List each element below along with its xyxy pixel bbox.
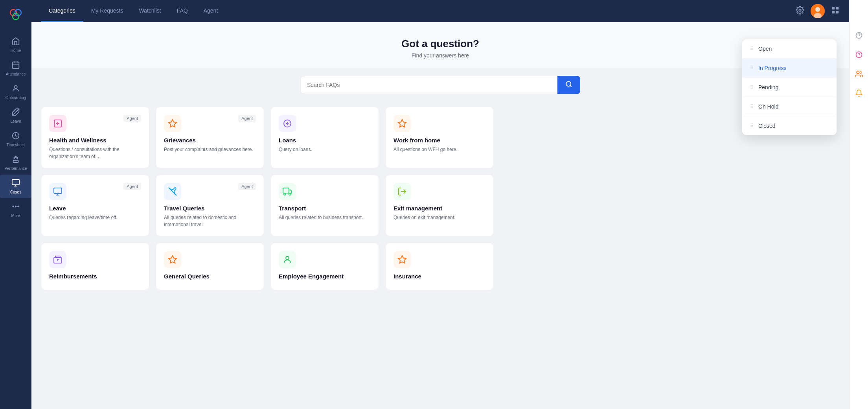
employee-engagement-icon (279, 251, 296, 268)
card-title: Work from home (394, 137, 485, 144)
card-travel-queries[interactable]: Agent Travel Queries All queries related… (156, 175, 264, 236)
card-header (394, 251, 485, 268)
nav-right-actions (796, 4, 840, 18)
svg-point-42 (857, 71, 859, 74)
card-title: Reimbursements (49, 273, 141, 280)
card-header: Agent (164, 115, 256, 132)
card-work-from-home[interactable]: Work from home All questions on WFH go h… (385, 107, 494, 168)
right-help-icon[interactable] (855, 31, 863, 41)
onboarding-icon (11, 84, 20, 94)
right-bell-icon[interactable] (855, 89, 863, 99)
card-header: Agent (164, 183, 256, 200)
sidebar-item-cases[interactable]: Cases (0, 175, 31, 198)
more-icon (11, 202, 20, 212)
settings-icon[interactable] (796, 6, 804, 17)
card-title: Leave (49, 205, 141, 212)
tab-agent[interactable]: Agent (196, 0, 226, 22)
categories-grid: Agent Health and Wellness Questions / co… (31, 107, 503, 300)
sidebar-item-more[interactable]: More (0, 198, 31, 222)
main-content: Categories My Requests Watchlist FAQ Age… (31, 0, 849, 409)
card-loans[interactable]: Loans Query on loans. (270, 107, 379, 168)
dropdown-item-closed[interactable]: ⠿ Closed (742, 116, 837, 135)
right-users-icon[interactable] (855, 70, 863, 80)
sidebar-item-onboarding[interactable]: Onboarding (0, 80, 31, 104)
hero-section: Got a question? Find your answers here (31, 22, 849, 68)
agent-badge: Agent (123, 115, 141, 122)
dropdown-item-in-progress-label: In Progress (758, 65, 787, 71)
tab-watchlist[interactable]: Watchlist (131, 0, 169, 22)
card-description: All queries related to domestic and inte… (164, 214, 256, 228)
right-question-icon[interactable] (855, 51, 863, 61)
card-transport[interactable]: Transport All queries related to busines… (270, 175, 379, 236)
card-health-wellness[interactable]: Agent Health and Wellness Questions / co… (41, 107, 149, 168)
sidebar-item-leave-label: Leave (10, 119, 21, 123)
card-description: Queries regarding leave/time off. (49, 214, 141, 221)
svg-rect-29 (283, 188, 289, 193)
sidebar-item-attendance[interactable]: Attendance (0, 57, 31, 80)
card-employee-engagement[interactable]: Employee Engagement (270, 243, 379, 290)
transport-icon (279, 183, 296, 200)
svg-point-22 (566, 81, 571, 86)
sidebar-item-home[interactable]: Home (0, 33, 31, 57)
general-queries-icon (164, 251, 181, 268)
card-grievances[interactable]: Agent Grievances Post your complaints an… (156, 107, 264, 168)
sidebar-item-timesheet-label: Timesheet (7, 143, 25, 147)
dropdown-item-on-hold-label: On Hold (758, 103, 778, 110)
reimbursements-icon (49, 251, 66, 268)
hero-title: Got a question? (41, 38, 840, 50)
search-input[interactable] (300, 76, 557, 94)
card-leave[interactable]: Agent Leave Queries regarding leave/time… (41, 175, 149, 236)
sidebar-item-performance[interactable]: Performance (0, 151, 31, 175)
dropdown-item-pending-label: Pending (758, 84, 778, 90)
sidebar-item-attendance-label: Attendance (6, 72, 26, 76)
grid-icon[interactable] (831, 6, 840, 17)
card-description: Queries on exit management. (394, 214, 485, 221)
exit-icon (394, 183, 411, 200)
dropdown-item-pending[interactable]: ⠿ Pending (742, 78, 837, 97)
svg-marker-35 (169, 256, 177, 263)
svg-line-23 (570, 85, 571, 87)
drag-handle-in-progress: ⠿ (750, 65, 754, 71)
top-navigation: Categories My Requests Watchlist FAQ Age… (31, 0, 849, 22)
leave-card-icon (49, 183, 66, 200)
svg-point-12 (15, 206, 17, 207)
agent-badge: Agent (238, 183, 256, 190)
card-insurance[interactable]: Insurance (385, 243, 494, 290)
card-reimbursements[interactable]: Reimbursements (41, 243, 149, 290)
dropdown-item-open-label: Open (758, 46, 772, 52)
svg-rect-19 (836, 7, 839, 9)
dropdown-item-on-hold[interactable]: ⠿ On Hold (742, 97, 837, 116)
card-description: Post your complaints and grievances here… (164, 146, 256, 153)
hero-subtitle: Find your answers here (41, 52, 840, 59)
health-wellness-icon (49, 115, 66, 132)
performance-icon (11, 155, 20, 165)
card-exit-management[interactable]: Exit management Queries on exit manageme… (385, 175, 494, 236)
tab-categories[interactable]: Categories (41, 0, 83, 22)
sidebar-item-onboarding-label: Onboarding (6, 96, 26, 100)
svg-rect-9 (13, 160, 18, 163)
search-button[interactable] (557, 76, 580, 94)
app-logo[interactable] (6, 5, 26, 27)
home-icon (11, 37, 20, 47)
dropdown-item-in-progress[interactable]: ⠿ In Progress (742, 59, 837, 77)
dropdown-item-open[interactable]: ⠿ Open (742, 39, 837, 58)
card-description: Query on loans. (279, 146, 371, 153)
drag-handle-pending: ⠿ (750, 85, 754, 90)
card-header (279, 251, 371, 268)
card-general-queries[interactable]: General Queries (156, 243, 264, 290)
user-avatar[interactable] (811, 4, 825, 18)
card-title: General Queries (164, 273, 256, 280)
page-body: Got a question? Find your answers here A… (31, 22, 849, 409)
card-title: Grievances (164, 137, 256, 144)
tab-my-requests[interactable]: My Requests (83, 0, 131, 22)
svg-point-34 (57, 259, 58, 260)
svg-point-14 (799, 9, 801, 11)
svg-rect-3 (13, 62, 19, 69)
timesheet-icon (11, 131, 20, 141)
drag-handle-on-hold: ⠿ (750, 104, 754, 109)
card-title: Insurance (394, 273, 485, 280)
card-header (279, 183, 371, 200)
sidebar-item-timesheet[interactable]: Timesheet (0, 127, 31, 151)
sidebar-item-leave[interactable]: Leave (0, 104, 31, 127)
tab-faq[interactable]: FAQ (169, 0, 196, 22)
